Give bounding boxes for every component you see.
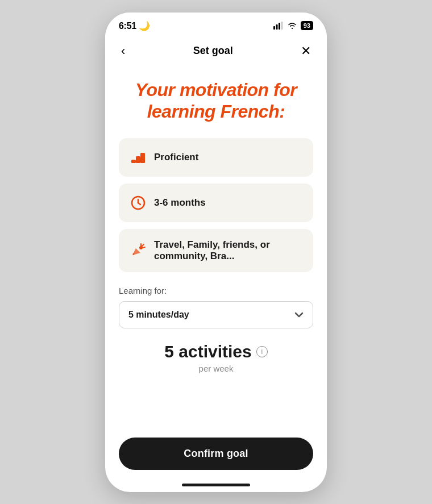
signal-icon bbox=[273, 22, 284, 30]
status-icons: 93 bbox=[273, 21, 313, 30]
chevron-down-icon bbox=[294, 310, 304, 320]
confirm-goal-button[interactable]: Confirm goal bbox=[119, 438, 313, 470]
back-button[interactable]: ‹ bbox=[117, 41, 130, 61]
svg-rect-3 bbox=[281, 22, 283, 30]
svg-line-12 bbox=[143, 247, 145, 248]
timeline-card[interactable]: 3-6 months bbox=[119, 184, 313, 222]
svg-rect-1 bbox=[276, 24, 277, 30]
status-bar: 6:51 🌙 93 bbox=[105, 13, 327, 36]
phone-frame: 6:51 🌙 93 ‹ Set goal ✕ Your motivati bbox=[105, 13, 327, 492]
info-icon[interactable]: i bbox=[256, 346, 268, 357]
dropdown-value: 5 minutes/day bbox=[128, 310, 189, 320]
bottom-section: Confirm goal bbox=[105, 426, 327, 479]
svg-rect-4 bbox=[131, 160, 136, 163]
battery-badge: 93 bbox=[301, 21, 313, 30]
motivation-title: Your motivation for learning French: bbox=[119, 79, 313, 123]
svg-rect-2 bbox=[279, 23, 280, 30]
svg-line-9 bbox=[138, 203, 140, 205]
learning-section: Learning for: 5 minutes/day bbox=[119, 286, 313, 328]
home-bar bbox=[182, 484, 250, 486]
reasons-label: Travel, Family, friends, or community, B… bbox=[154, 239, 303, 262]
activities-display: 5 activities i per week bbox=[119, 342, 313, 373]
svg-line-11 bbox=[142, 244, 144, 246]
activities-sub: per week bbox=[119, 364, 313, 373]
close-button[interactable]: ✕ bbox=[296, 41, 315, 61]
nav-bar: ‹ Set goal ✕ bbox=[105, 36, 327, 68]
svg-rect-6 bbox=[140, 153, 145, 163]
wifi-icon bbox=[287, 22, 297, 30]
main-content: Your motivation for learning French: Pro… bbox=[105, 68, 327, 426]
stair-icon bbox=[129, 148, 147, 166]
learning-label: Learning for: bbox=[119, 286, 313, 295]
activities-count: 5 activities i bbox=[119, 342, 313, 361]
clock-icon bbox=[129, 194, 147, 212]
party-icon bbox=[129, 241, 147, 260]
home-indicator bbox=[105, 479, 327, 492]
svg-point-14 bbox=[133, 253, 135, 255]
timeline-label: 3-6 months bbox=[154, 197, 206, 209]
duration-dropdown[interactable]: 5 minutes/day bbox=[119, 301, 313, 328]
svg-rect-5 bbox=[136, 156, 140, 163]
svg-rect-0 bbox=[273, 26, 275, 30]
status-time: 6:51 🌙 bbox=[119, 20, 150, 31]
page-title: Set goal bbox=[193, 45, 233, 57]
proficiency-card[interactable]: Proficient bbox=[119, 138, 313, 177]
proficiency-label: Proficient bbox=[154, 152, 198, 163]
reasons-card[interactable]: Travel, Family, friends, or community, B… bbox=[119, 229, 313, 272]
